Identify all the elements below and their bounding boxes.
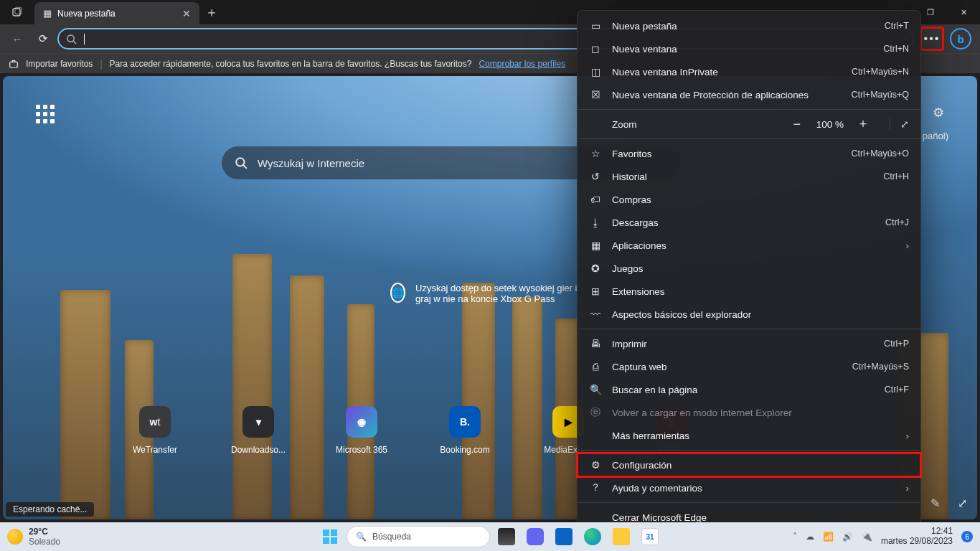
svg-rect-3 — [10, 62, 18, 67]
tab-title: Nueva pestaña — [57, 9, 176, 19]
menu-shopping[interactable]: 🏷Compras — [578, 188, 920, 211]
new-tab-button[interactable]: ＋ — [199, 0, 224, 24]
menu-history[interactable]: ↺HistorialCtrl+H — [578, 165, 920, 188]
menu-app-guard[interactable]: ☒Nueva ventana de Protección de aplicaci… — [578, 83, 920, 106]
refresh-button[interactable]: ⟳ — [32, 27, 55, 50]
promo-text: Uzyskaj dostęp do setek wysokiej gier i … — [415, 283, 584, 304]
menu-settings[interactable]: ⚙Configuración — [578, 453, 920, 476]
search-placeholder: Wyszukaj w Internecie — [258, 157, 364, 169]
sun-icon — [7, 529, 23, 545]
app-menu-button[interactable]: ••• — [920, 27, 944, 51]
search-icon — [66, 34, 77, 44]
start-button[interactable] — [318, 526, 342, 547]
top-site[interactable]: ◉Microsoft 365 — [331, 406, 392, 455]
fullscreen-button[interactable]: ⤢ — [890, 118, 909, 130]
notifications-badge[interactable]: 6 — [961, 531, 973, 542]
shield-window-icon: ☒ — [589, 89, 602, 100]
collections-button[interactable]: ✎ — [924, 492, 946, 514]
top-site[interactable]: ▾Downloadso... — [228, 406, 288, 455]
newtab-icon: ▦ — [43, 8, 52, 19]
zoom-value: 100 % — [816, 119, 844, 130]
menu-apps[interactable]: ▦Aplicaciones› — [578, 234, 920, 257]
menu-new-window[interactable]: ◻Nueva ventanaCtrl+N — [578, 37, 920, 60]
tray-volume-icon[interactable]: 🔊 — [842, 532, 853, 542]
svg-rect-5 — [323, 529, 329, 536]
page-settings-button[interactable]: ⚙ — [933, 105, 944, 121]
tray-battery-icon[interactable]: 🔌 — [862, 532, 872, 542]
menu-extensions[interactable]: ⊞Extensiones — [578, 280, 920, 303]
zoom-out-button[interactable]: − — [791, 117, 804, 132]
menu-favorites[interactable]: ☆FavoritosCtrl+Mayús+O — [578, 142, 920, 165]
search-icon: 🔍 — [356, 532, 367, 542]
svg-rect-6 — [331, 529, 337, 536]
chevron-right-icon: › — [906, 430, 910, 441]
menu-more-tools[interactable]: Más herramientas› — [578, 424, 920, 447]
history-icon: ↺ — [589, 171, 602, 182]
tag-icon: 🏷 — [589, 194, 602, 205]
taskbar-calendar[interactable]: 31 — [638, 526, 662, 547]
menu-help[interactable]: ？Ayuda y comentarios› — [578, 476, 920, 499]
print-icon: 🖶 — [589, 338, 602, 349]
expand-button[interactable]: ⤢ — [951, 492, 973, 514]
apps-grid-button[interactable] — [36, 105, 55, 123]
globe-icon: 🌐 — [390, 283, 405, 303]
address-caret — [84, 34, 85, 44]
taskbar-explorer[interactable] — [609, 526, 633, 547]
chevron-right-icon: › — [906, 483, 910, 494]
status-bar: Esperando caché... — [6, 502, 94, 517]
tray-onedrive-icon[interactable]: ☁ — [806, 532, 814, 542]
tab-actions-button[interactable] — [0, 0, 34, 24]
menu-browser-basics[interactable]: 〰Aspectos básicos del explorador — [578, 303, 920, 326]
task-view-button[interactable] — [494, 526, 519, 547]
taskbar-app[interactable] — [552, 526, 576, 547]
tray-wifi-icon[interactable]: 📶 — [823, 532, 834, 542]
menu-find[interactable]: 🔍Buscar en la páginaCtrl+F — [578, 378, 920, 401]
svg-point-4 — [236, 158, 244, 166]
check-profiles-link[interactable]: Comprobar los perfiles — [479, 59, 565, 69]
top-site[interactable]: B.Booking.com — [435, 406, 495, 455]
svg-rect-7 — [323, 537, 329, 544]
menu-print[interactable]: 🖶ImprimirCtrl+P — [578, 332, 920, 355]
more-icon: ••• — [924, 32, 941, 45]
taskbar-app[interactable] — [523, 526, 547, 547]
windows-taskbar: 29°C Soleado 🔍Búsqueda 31 ˄ ☁ 📶 🔊 🔌 12:4… — [0, 522, 980, 551]
zoom-in-button[interactable]: + — [857, 117, 870, 132]
import-favorites-icon — [9, 59, 19, 69]
svg-point-2 — [67, 34, 74, 41]
extension-icon: ⊞ — [589, 286, 602, 297]
back-button[interactable]: ← — [6, 27, 29, 50]
top-site[interactable]: wtWeTransfer — [125, 406, 185, 455]
ie-icon: ⓔ — [589, 406, 602, 419]
menu-games[interactable]: ✪Juegos — [578, 257, 920, 280]
import-favorites-button[interactable]: Importar favoritos — [26, 59, 93, 69]
download-icon: ⭳ — [589, 217, 602, 228]
menu-ie-mode: ⓔVolver a cargar en modo Internet Explor… — [578, 401, 920, 424]
language-indicator[interactable]: pañol) — [923, 131, 948, 141]
tray-chevron-icon[interactable]: ˄ — [793, 532, 797, 542]
help-icon: ？ — [589, 481, 602, 494]
menu-zoom: Zoom − 100 % + ⤢ — [578, 113, 920, 136]
menu-new-tab[interactable]: ▭Nueva pestañaCtrl+T — [578, 14, 920, 37]
pulse-icon: 〰 — [589, 309, 602, 320]
menu-inprivate[interactable]: ◫Nueva ventana InPrivateCtrl+Mayús+N — [578, 60, 920, 83]
window-icon: ◻ — [589, 43, 602, 55]
close-tab-button[interactable]: ✕ — [182, 8, 191, 19]
menu-web-capture[interactable]: ⎙Captura webCtrl+Mayús+S — [578, 355, 920, 378]
search-icon — [235, 156, 248, 169]
taskbar-clock[interactable]: 12:41 martes 29/08/2023 — [881, 527, 953, 547]
taskbar-weather[interactable]: 29°C Soleado — [7, 527, 60, 547]
gear-icon: ⚙ — [589, 459, 602, 471]
star-icon: ☆ — [589, 148, 602, 159]
svg-rect-0 — [13, 9, 20, 16]
capture-icon: ⎙ — [589, 361, 602, 372]
promo-banner[interactable]: 🌐 Uzyskaj dostęp do setek wysokiej gier … — [390, 283, 584, 304]
taskbar-edge[interactable] — [580, 526, 605, 547]
chevron-right-icon: › — [906, 240, 910, 251]
window-close-button[interactable]: ✕ — [947, 0, 980, 24]
inprivate-icon: ◫ — [589, 66, 602, 77]
menu-downloads[interactable]: ⭳DescargasCtrl+J — [578, 211, 920, 234]
tab-icon: ▭ — [589, 20, 602, 32]
browser-tab[interactable]: ▦ Nueva pestaña ✕ — [34, 2, 199, 24]
taskbar-search[interactable]: 🔍Búsqueda — [347, 526, 490, 547]
bing-sidebar-button[interactable]: b — [950, 28, 971, 50]
